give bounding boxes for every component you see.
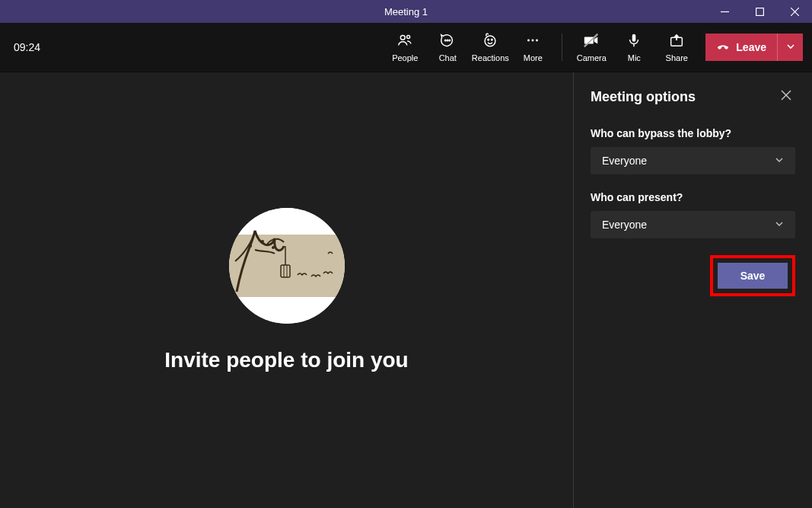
- svg-point-12: [527, 40, 530, 42]
- bypass-lobby-label: Who can bypass the lobby?: [591, 127, 795, 139]
- svg-rect-1: [756, 8, 763, 15]
- leave-label: Leave: [736, 41, 766, 53]
- present-value: Everyone: [602, 219, 647, 231]
- save-highlight: Save: [710, 255, 795, 296]
- bypass-lobby-value: Everyone: [602, 155, 647, 167]
- reactions-label: Reactions: [472, 53, 509, 62]
- share-icon: [668, 32, 685, 50]
- present-select[interactable]: Everyone: [591, 211, 795, 238]
- meeting-timer: 09:24: [14, 41, 40, 53]
- window-controls: [707, 0, 812, 23]
- svg-point-7: [447, 40, 448, 41]
- avatar-image: [229, 208, 345, 324]
- people-icon: [396, 32, 413, 50]
- avatar: [229, 208, 345, 324]
- svg-point-6: [445, 40, 447, 41]
- main-stage: Invite people to join you: [0, 72, 573, 508]
- camera-label: Camera: [577, 53, 607, 62]
- people-button[interactable]: People: [384, 28, 426, 66]
- mic-label: Mic: [628, 53, 641, 62]
- leave-group: Leave: [705, 34, 803, 61]
- svg-point-4: [401, 35, 406, 40]
- svg-point-8: [449, 40, 451, 41]
- camera-off-icon: [583, 32, 600, 50]
- window-title: Meeting 1: [384, 6, 428, 18]
- minimize-button[interactable]: [707, 0, 742, 23]
- mic-button[interactable]: Mic: [613, 28, 655, 66]
- svg-point-11: [492, 39, 493, 40]
- more-label: More: [524, 53, 543, 62]
- reactions-icon: [482, 32, 498, 50]
- svg-point-10: [488, 39, 489, 40]
- close-panel-button[interactable]: [777, 88, 795, 106]
- hangup-icon: [716, 40, 730, 56]
- svg-point-25: [261, 240, 264, 243]
- panel-header: Meeting options: [591, 88, 795, 106]
- meeting-toolbar: 09:24 People Chat: [0, 23, 812, 72]
- present-label: Who can present?: [591, 191, 795, 203]
- svg-rect-23: [229, 297, 345, 324]
- share-button[interactable]: Share: [655, 28, 698, 66]
- svg-point-24: [249, 244, 252, 248]
- invite-text: Invite people to join you: [164, 348, 408, 372]
- save-button[interactable]: Save: [718, 263, 788, 289]
- maximize-button[interactable]: [742, 0, 777, 23]
- camera-button[interactable]: Camera: [570, 28, 613, 66]
- svg-point-9: [485, 36, 495, 46]
- share-label: Share: [666, 53, 688, 62]
- chat-label: Chat: [439, 53, 457, 62]
- close-icon: [781, 90, 791, 104]
- svg-point-26: [272, 246, 275, 249]
- close-button[interactable]: [777, 0, 812, 23]
- chevron-down-icon: [775, 155, 784, 167]
- bypass-lobby-select[interactable]: Everyone: [591, 147, 795, 174]
- chevron-down-icon: [775, 219, 784, 231]
- titlebar: Meeting 1: [0, 0, 812, 23]
- toolbar-divider: [562, 34, 562, 61]
- people-label: People: [392, 53, 418, 62]
- content: Invite people to join you Meeting option…: [0, 72, 812, 508]
- leave-button[interactable]: Leave: [705, 34, 777, 61]
- meeting-options-panel: Meeting options Who can bypass the lobby…: [573, 72, 812, 508]
- chevron-down-icon: [786, 40, 795, 54]
- svg-point-13: [532, 40, 534, 42]
- leave-menu-button[interactable]: [777, 34, 803, 61]
- svg-rect-17: [632, 34, 636, 42]
- mic-icon: [626, 32, 642, 50]
- svg-point-14: [536, 40, 538, 42]
- svg-point-5: [407, 35, 410, 38]
- panel-title: Meeting options: [591, 89, 696, 105]
- more-icon: [524, 32, 541, 50]
- reactions-button[interactable]: Reactions: [469, 28, 511, 66]
- chat-icon: [439, 32, 456, 50]
- chat-button[interactable]: Chat: [426, 28, 469, 66]
- svg-rect-21: [229, 208, 345, 235]
- more-button[interactable]: More: [511, 28, 554, 66]
- toolbar-actions: People Chat Reactions: [384, 28, 803, 66]
